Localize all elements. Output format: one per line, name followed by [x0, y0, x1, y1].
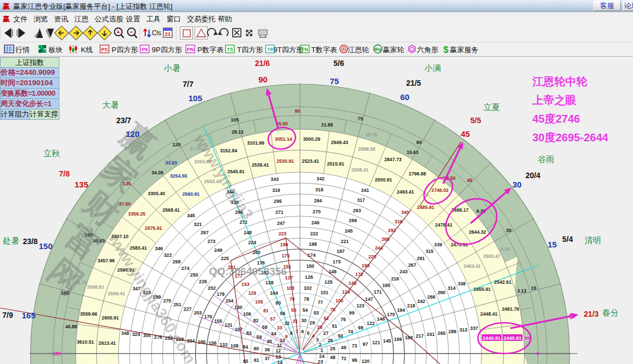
svg-text:处暑: 处暑	[3, 236, 19, 245]
svg-text:立夏: 立夏	[483, 102, 500, 112]
svg-text:321: 321	[194, 222, 202, 227]
svg-text:78: 78	[304, 296, 309, 302]
svg-text:60: 60	[416, 140, 422, 145]
svg-text:23/8: 23/8	[23, 237, 37, 246]
svg-text:76: 76	[330, 307, 335, 312]
svg-text:293: 293	[353, 208, 361, 213]
svg-text:276: 276	[154, 334, 162, 340]
svg-text:20/4: 20/4	[525, 171, 540, 180]
svg-text:立秋: 立秋	[43, 148, 60, 158]
svg-text:128: 128	[266, 280, 274, 285]
svg-text:60: 60	[254, 346, 259, 351]
svg-text:180: 180	[197, 339, 206, 345]
svg-text:105: 105	[188, 93, 202, 103]
svg-text:90: 90	[295, 108, 300, 114]
svg-text:156: 156	[208, 340, 217, 346]
svg-text:74: 74	[348, 329, 353, 334]
svg-text:2538.41: 2538.41	[251, 162, 269, 168]
svg-text:251: 251	[173, 302, 181, 307]
svg-text:298: 298	[173, 259, 181, 264]
svg-text:170: 170	[387, 312, 395, 317]
svg-text:23: 23	[318, 359, 323, 364]
svg-text:197: 197	[337, 249, 345, 254]
svg-text:249: 249	[214, 247, 223, 253]
svg-text:2485.91: 2485.91	[417, 205, 434, 210]
svg-text:75: 75	[357, 116, 363, 122]
svg-text:123: 123	[356, 303, 365, 308]
svg-text:337: 337	[470, 326, 478, 331]
svg-text:81: 81	[263, 308, 269, 313]
svg-text:2746.02: 2746.02	[431, 187, 449, 193]
svg-text:176: 176	[257, 260, 265, 266]
svg-text:120: 120	[361, 359, 370, 364]
svg-text:2593.47: 2593.47	[483, 253, 500, 259]
svg-text:52: 52	[323, 316, 329, 321]
svg-text:265: 265	[438, 330, 446, 336]
svg-text:73: 73	[352, 343, 357, 349]
svg-text:5: 5	[307, 330, 310, 336]
svg-text:195: 195	[382, 283, 390, 288]
svg-text:271: 271	[276, 209, 284, 215]
svg-text:12: 12	[276, 348, 281, 354]
svg-text:48: 48	[330, 355, 335, 360]
svg-text:1: 1	[321, 348, 323, 353]
svg-text:−: −	[130, 29, 133, 35]
svg-text:3254.55: 3254.55	[170, 173, 188, 179]
svg-text:250: 250	[190, 272, 199, 278]
svg-text:104: 104	[270, 290, 278, 296]
svg-text:101: 101	[321, 290, 329, 295]
svg-text:150: 150	[306, 263, 315, 269]
svg-text:2: 2	[319, 342, 322, 348]
svg-text:126: 126	[305, 274, 313, 280]
svg-text:2500.91: 2500.91	[375, 177, 392, 183]
svg-text:+: +	[117, 29, 120, 35]
svg-text:225: 225	[221, 256, 229, 261]
svg-text:2613.41: 2613.41	[98, 340, 116, 346]
svg-text:谷雨: 谷雨	[538, 155, 554, 164]
svg-text:72: 72	[341, 356, 346, 361]
svg-text:338: 338	[458, 281, 466, 286]
svg-text:339: 339	[434, 242, 442, 247]
svg-text:8: 8	[290, 330, 293, 336]
svg-text:343: 343	[271, 177, 279, 182]
svg-text:319: 319	[272, 187, 280, 193]
svg-text:124: 124	[342, 289, 350, 295]
svg-text:13: 13	[276, 354, 281, 360]
svg-text:173: 173	[333, 259, 341, 264]
svg-text:18.75: 18.75	[365, 132, 377, 137]
svg-text:145: 145	[383, 338, 392, 344]
svg-text:175: 175	[282, 253, 290, 258]
svg-text:85: 85	[243, 359, 249, 364]
svg-text:33.33: 33.33	[166, 160, 178, 166]
svg-text:3356.25: 3356.25	[128, 211, 146, 217]
svg-text:294: 294	[314, 198, 322, 203]
svg-text:15.63: 15.63	[407, 150, 419, 155]
svg-text:45: 45	[461, 129, 470, 139]
svg-text:219: 219	[391, 276, 399, 282]
svg-text:59: 59	[256, 334, 262, 340]
svg-text:5/6: 5/6	[333, 59, 344, 68]
svg-text:45: 45	[467, 178, 472, 183]
svg-text:51: 51	[332, 323, 337, 329]
svg-text:4: 4	[312, 333, 315, 339]
svg-text:上帝之眼: 上帝之眼	[532, 94, 576, 106]
svg-text:131: 131	[224, 322, 233, 328]
svg-text:2515.91: 2515.91	[327, 161, 344, 167]
svg-text:57: 57	[270, 316, 276, 322]
svg-text:58: 58	[262, 324, 268, 330]
svg-text:30: 30	[513, 180, 522, 189]
svg-text:Big: Big	[375, 47, 382, 52]
svg-text:6: 6	[301, 329, 304, 334]
svg-text:5/4: 5/4	[562, 235, 573, 244]
svg-text:21/3: 21/3	[584, 310, 598, 318]
svg-text:267: 267	[408, 262, 416, 268]
svg-text:25: 25	[330, 346, 335, 351]
svg-text:PN: PN	[187, 47, 194, 52]
svg-text:102: 102	[304, 285, 312, 291]
svg-text:50: 50	[338, 333, 343, 339]
svg-text:2542.61: 2542.61	[494, 279, 512, 285]
svg-text:269: 269	[349, 218, 357, 223]
svg-text:315: 315	[426, 249, 434, 254]
svg-text:26: 26	[328, 338, 333, 343]
svg-text:270: 270	[313, 209, 321, 214]
